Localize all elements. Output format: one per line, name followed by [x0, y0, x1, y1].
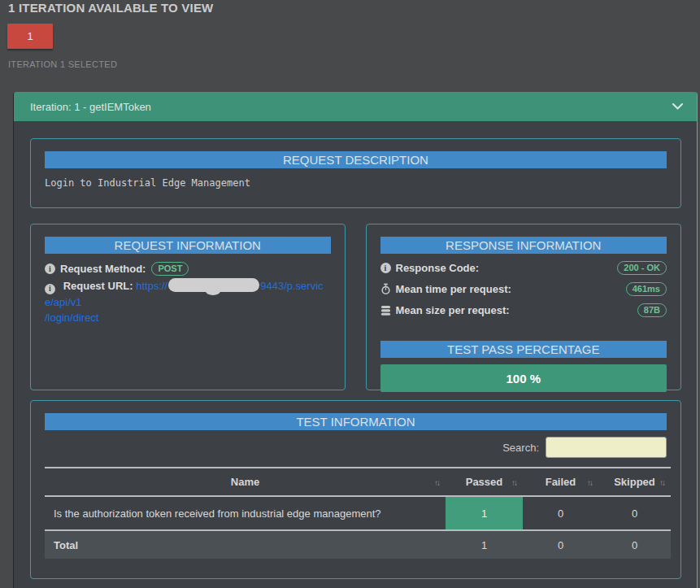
mean-time-row: Mean time per request: 461ms: [380, 282, 667, 296]
table-row: Is the authorization token received from…: [45, 496, 671, 530]
response-code-row: i Response Code: 200 - OK: [380, 261, 667, 275]
failed-count-cell: 0: [523, 496, 598, 530]
request-method-row: i Request Method: POST: [45, 261, 331, 277]
total-skipped-cell: 0: [598, 530, 671, 559]
iteration-panel-title: Iteration: 1 - getIEMToken: [30, 101, 151, 113]
request-description-title: REQUEST DESCRIPTION: [45, 151, 667, 168]
total-label-cell: Total: [45, 530, 446, 559]
search-input[interactable]: [546, 437, 667, 458]
request-url-row: i Request URL: https://9443/p.service/ap…: [45, 278, 331, 325]
test-pass-percentage-bar: 100 %: [380, 364, 667, 392]
info-icon: i: [45, 264, 55, 274]
column-header-passed[interactable]: Passed ↑↓: [446, 468, 523, 496]
mean-size-badge: 87B: [637, 303, 667, 317]
request-method-badge: POST: [151, 262, 189, 276]
iteration-selected-caption: ITERATION 1 SELECTED: [8, 59, 700, 69]
search-row: Search:: [45, 437, 667, 458]
request-url-label: Request URL:: [63, 280, 133, 292]
info-icon: i: [45, 284, 55, 294]
sort-icon: ↑↓: [511, 477, 516, 486]
test-name-cell: Is the authorization token received from…: [45, 496, 446, 530]
database-icon: [380, 305, 391, 316]
search-label: Search:: [502, 442, 539, 454]
redacted-host-blob: [168, 278, 259, 292]
response-information-title: RESPONSE INFORMATION: [380, 237, 667, 254]
request-description-card: REQUEST DESCRIPTION Login to Industrial …: [30, 138, 681, 208]
table-total-row: Total 1 0 0: [45, 530, 671, 559]
mean-time-badge: 461ms: [626, 282, 667, 296]
stopwatch-icon: [380, 283, 391, 295]
sort-icon: ↑↓: [659, 477, 664, 486]
test-pass-percentage-title: TEST PASS PERCENTAGE: [380, 341, 667, 358]
request-information-card: REQUEST INFORMATION i Request Method: PO…: [30, 224, 346, 390]
column-header-name[interactable]: Name ↑↓: [45, 468, 446, 496]
iteration-panel-header[interactable]: Iteration: 1 - getIEMToken: [14, 92, 697, 121]
response-code-badge: 200 - OK: [617, 261, 667, 275]
page-title: 1 ITERATION AVAILABLE TO VIEW: [0, 0, 700, 15]
column-label: Passed: [466, 476, 503, 488]
info-icon: i: [380, 263, 391, 273]
info-columns: REQUEST INFORMATION i Request Method: PO…: [30, 224, 681, 390]
column-header-skipped[interactable]: Skipped ↑↓: [598, 468, 671, 496]
chevron-down-icon[interactable]: [672, 102, 684, 111]
request-method-label: Request Method:: [60, 261, 146, 277]
response-information-card: RESPONSE INFORMATION i Response Code: 20…: [366, 224, 682, 390]
test-information-card: TEST INFORMATION Search: Name ↑↓ Passed: [30, 400, 681, 579]
mean-time-label: Mean time per request:: [396, 283, 511, 296]
skipped-count-cell: 0: [598, 496, 671, 530]
request-description-text: Login to Industrial Edge Management: [45, 177, 667, 189]
column-label: Name: [231, 476, 259, 488]
iteration-1-button[interactable]: 1: [7, 24, 53, 49]
response-code-label: Response Code:: [396, 262, 480, 275]
column-label: Skipped: [614, 476, 655, 488]
sort-icon: ↑↓: [434, 477, 439, 486]
mean-size-label: Mean size per request:: [396, 304, 510, 317]
request-information-title: REQUEST INFORMATION: [45, 237, 331, 254]
column-header-failed[interactable]: Failed ↑↓: [523, 468, 598, 496]
mean-size-row: Mean size per request: 87B: [380, 303, 667, 317]
total-passed-cell: 1: [446, 530, 523, 559]
iteration-panel: Iteration: 1 - getIEMToken REQUEST DESCR…: [13, 92, 698, 588]
sort-icon: ↑↓: [587, 477, 592, 486]
total-failed-cell: 0: [523, 530, 598, 559]
column-label: Failed: [546, 476, 576, 488]
iteration-panel-body: REQUEST DESCRIPTION Login to Industrial …: [14, 121, 697, 579]
test-information-title: TEST INFORMATION: [45, 413, 667, 430]
test-results-table: Name ↑↓ Passed ↑↓ Failed ↑↓ Skipped: [45, 467, 671, 559]
passed-count-cell: 1: [446, 496, 523, 530]
